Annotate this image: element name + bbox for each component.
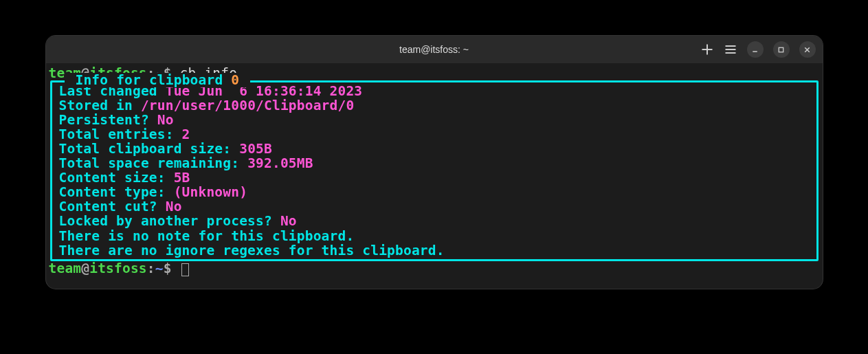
prompt-at: @	[81, 261, 89, 276]
maximize-button[interactable]	[773, 41, 790, 58]
label: Stored in	[59, 98, 141, 113]
info-line-total-entries: Total entries: 2	[56, 127, 812, 142]
label: Content cut?	[59, 199, 166, 214]
info-line-content-size: Content size: 5B	[56, 170, 812, 185]
info-line-locked: Locked by another process? No	[56, 214, 812, 228]
value: 392.05MB	[247, 155, 313, 171]
prompt-user: team	[49, 261, 82, 276]
new-tab-button[interactable]	[700, 43, 714, 56]
menu-button[interactable]	[724, 43, 737, 56]
info-header-num: 0	[231, 72, 239, 88]
info-header-suffix	[239, 72, 247, 88]
plus-icon	[700, 43, 714, 56]
titlebar: team@itsfoss: ~	[46, 36, 823, 63]
minimize-icon	[750, 45, 759, 54]
text: There are no ignore regexes for this cli…	[59, 243, 445, 258]
info-header-prefix: Info for clipboard	[67, 72, 232, 88]
maximize-icon	[777, 45, 786, 54]
label: Total space remaining:	[59, 155, 248, 171]
label: Locked by another process?	[59, 213, 280, 229]
prompt-line-2: team@itsfoss:~$	[49, 261, 820, 276]
info-line-no-note: There is no note for this clipboard.	[56, 229, 812, 243]
value: No	[157, 112, 174, 128]
label: Content type:	[59, 184, 174, 200]
value: 305B	[239, 141, 272, 157]
info-line-stored-in: Stored in /run/user/1000/Clipboard/0	[56, 98, 812, 113]
label: Total clipboard size:	[59, 141, 240, 157]
prompt-colon: :	[147, 261, 155, 276]
cursor-icon	[181, 263, 189, 276]
value: No	[280, 213, 297, 229]
window-title: team@itsfoss: ~	[399, 44, 469, 55]
label: Total entries:	[59, 126, 182, 142]
info-line-persistent: Persistent? No	[56, 113, 812, 127]
window-controls	[700, 41, 816, 58]
label: Content size:	[59, 170, 174, 186]
terminal-body[interactable]: team@itsfoss:~$ cb info Info for clipboa…	[46, 63, 823, 289]
label: Persistent?	[59, 112, 157, 128]
value: (Unknown)	[174, 184, 247, 200]
text: There is no note for this clipboard.	[59, 228, 355, 244]
close-button[interactable]	[799, 41, 816, 58]
info-box: Info for clipboard 0 Last changed Tue Ju…	[50, 80, 819, 261]
svg-rect-0	[779, 47, 783, 52]
close-icon	[803, 45, 812, 54]
value: 5B	[174, 170, 190, 186]
info-header: Info for clipboard 0	[65, 73, 251, 87]
info-line-content-cut: Content cut? No	[56, 199, 812, 214]
value: No	[166, 199, 182, 214]
prompt-host: itsfoss	[89, 261, 147, 276]
info-line-content-type: Content type: (Unknown)	[56, 185, 812, 199]
value: /run/user/1000/Clipboard/0	[141, 98, 354, 113]
prompt-path: ~	[155, 261, 164, 276]
prompt-dollar: $	[164, 261, 180, 276]
info-line-no-ignore: There are no ignore regexes for this cli…	[56, 243, 812, 258]
value: 2	[182, 126, 190, 142]
minimize-button[interactable]	[747, 41, 764, 58]
terminal-window: team@itsfoss: ~ team@itsfoss:~$ cb info …	[46, 36, 823, 289]
info-line-clipboard-size: Total clipboard size: 305B	[56, 142, 812, 156]
hamburger-icon	[724, 43, 737, 56]
info-line-space-remaining: Total space remaining: 392.05MB	[56, 156, 812, 170]
